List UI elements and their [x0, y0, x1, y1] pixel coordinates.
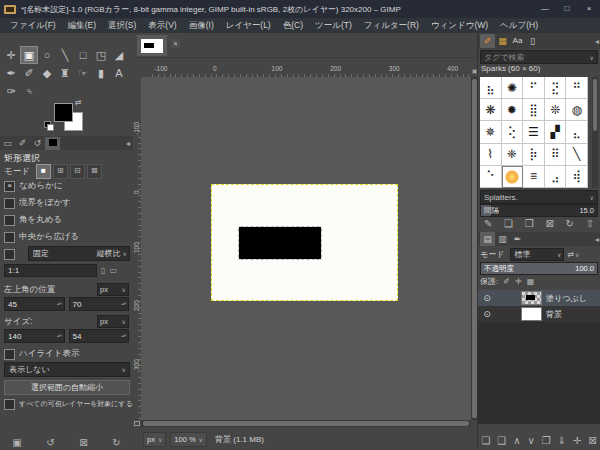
position-unit-combo[interactable]: px∨: [97, 283, 129, 296]
save-tool-preset-button[interactable]: ▣: [12, 437, 21, 448]
tool-options-tab[interactable]: ▭: [0, 137, 15, 150]
new-layer-group-button[interactable]: ❑: [497, 435, 506, 446]
spinner-arrows-icon[interactable]: ▴▾: [57, 334, 64, 338]
quick-mask-toggle[interactable]: [133, 420, 141, 427]
brush-cell-1[interactable]: ✺: [502, 77, 524, 99]
horizontal-scrollbar[interactable]: [141, 420, 471, 427]
menu-item-5[interactable]: レイヤー(L): [220, 18, 277, 33]
image-tab[interactable]: [137, 35, 167, 56]
menu-item-1[interactable]: 編集(E): [62, 18, 102, 33]
restore-tool-preset-button[interactable]: ↺: [46, 437, 54, 448]
brush-cell-4[interactable]: ⠛: [566, 77, 588, 99]
fixed-checkbox[interactable]: [4, 249, 15, 260]
layer-row-0[interactable]: ⊙塗りつぶし: [478, 290, 600, 306]
add-mode-button[interactable]: ⊞: [53, 164, 68, 179]
text-tool[interactable]: A: [110, 64, 128, 82]
menu-item-7[interactable]: ツール(T): [309, 18, 358, 33]
brush-cell-16[interactable]: ❈: [502, 144, 524, 166]
layers-tab[interactable]: ▤: [480, 232, 495, 246]
delete-brush-button[interactable]: ⊠: [545, 218, 553, 229]
delete-layer-button[interactable]: ⊠: [588, 435, 596, 446]
中央から広げる-checkbox[interactable]: [4, 232, 15, 243]
size-height-input[interactable]: 54▴▾: [69, 329, 130, 343]
zoom-combo[interactable]: 100 %∨: [170, 432, 207, 447]
merge-down-button[interactable]: ⇓: [558, 435, 566, 446]
lock-pixels-button[interactable]: ✐: [503, 277, 510, 286]
document-history-tab[interactable]: ▯: [525, 34, 540, 48]
角を丸める-checkbox[interactable]: [4, 215, 15, 226]
edit-brush-button[interactable]: ✎: [484, 218, 492, 229]
menu-item-4[interactable]: 画像(I): [183, 18, 220, 33]
brush-cell-18[interactable]: ⠿: [545, 144, 567, 166]
lower-layer-button[interactable]: ∨: [527, 435, 534, 446]
device-status-tab[interactable]: ✐: [15, 137, 30, 150]
brush-cell-14[interactable]: ⣄: [566, 121, 588, 143]
horizontal-scrollbar-thumb[interactable]: [143, 421, 469, 426]
duplicate-brush-button[interactable]: ❐: [525, 218, 534, 229]
selected-brush-cell[interactable]: [502, 166, 524, 188]
horizontal-ruler[interactable]: -1000100200300400: [141, 64, 471, 78]
layer-opacity-slider[interactable]: 不透明度 100.0: [480, 262, 598, 275]
brushes-tab[interactable]: ✐: [480, 34, 495, 48]
refresh-brushes-button[interactable]: ↻: [566, 218, 574, 229]
paths-tab[interactable]: ✒: [510, 232, 525, 246]
swap-colors-icon[interactable]: ⇄: [75, 98, 82, 107]
new-brush-button[interactable]: ❏: [504, 218, 513, 229]
brush-tag-filter[interactable]: タグで検索 ∨: [480, 50, 598, 64]
fonts-tab[interactable]: Aa: [510, 34, 525, 48]
brush-cell-8[interactable]: ❊: [545, 99, 567, 121]
new-layer-button[interactable]: ❏: [481, 435, 490, 446]
layer-visibility-eye-icon[interactable]: ⊙: [481, 309, 493, 319]
anchor-layer-button[interactable]: ✛: [573, 435, 581, 446]
channels-tab[interactable]: ▥: [495, 232, 510, 246]
crop-tool[interactable]: □: [74, 46, 92, 64]
brush-grid-scrollbar-thumb[interactable]: [593, 79, 597, 131]
canvas-image[interactable]: [211, 184, 398, 301]
brush-cell-6[interactable]: ✹: [502, 99, 524, 121]
spinner-arrows-icon[interactable]: ▴▾: [121, 334, 128, 338]
replace-mode-button[interactable]: ■: [36, 164, 51, 179]
transform-tool[interactable]: ◳: [92, 46, 110, 64]
layer-row-1[interactable]: ⊙背景: [478, 306, 600, 322]
brush-cell-7[interactable]: ⣿: [523, 99, 545, 121]
layer-tab-arrow-icon[interactable]: ◂: [595, 235, 600, 244]
brush-cell-19[interactable]: ╲: [566, 144, 588, 166]
aspect-ratio-input[interactable]: 1:1: [4, 264, 97, 277]
smudge-tool[interactable]: ☞: [74, 64, 92, 82]
clone-tool[interactable]: ♜: [56, 64, 74, 82]
lock-alpha-button[interactable]: ▦: [527, 277, 535, 286]
brush-cell-23[interactable]: ⣠: [545, 166, 567, 188]
undo-history-tab[interactable]: ↺: [30, 137, 45, 150]
guides-combo[interactable]: 表示しない ∨: [4, 362, 130, 377]
close-button[interactable]: ×: [578, 0, 600, 18]
minimize-button[interactable]: —: [534, 0, 556, 18]
menu-item-3[interactable]: 表示(V): [142, 18, 182, 33]
paths-tool[interactable]: ╲: [56, 46, 74, 64]
layer-visibility-eye-icon[interactable]: ⊙: [481, 293, 493, 303]
brush-cell-11[interactable]: ⢕: [502, 121, 524, 143]
subtract-mode-button[interactable]: ⊟: [70, 164, 85, 179]
brush-cell-9[interactable]: ◍: [566, 99, 588, 121]
size-unit-combo[interactable]: px∨: [97, 315, 129, 328]
brush-cell-3[interactable]: ⣝: [545, 77, 567, 99]
selection-rectangle[interactable]: [238, 226, 322, 260]
size-width-input[interactable]: 140▴▾: [4, 329, 65, 343]
layer-mode-combo[interactable]: 標準 ∨: [510, 248, 564, 261]
reset-tool-options-button[interactable]: ↻: [112, 437, 120, 448]
ink-tool[interactable]: ✒: [2, 64, 20, 82]
brush-tag-entry[interactable]: Splatters. ∨: [480, 190, 598, 204]
delete-tool-preset-button[interactable]: ⊠: [79, 437, 87, 448]
brush-cell-10[interactable]: ✵: [480, 121, 502, 143]
default-colors-icon[interactable]: [44, 121, 54, 131]
zoom-tool[interactable]: ♀: [20, 82, 38, 100]
menu-item-9[interactable]: ウィンドウ(W): [425, 18, 494, 33]
brush-cell-13[interactable]: ▞: [545, 121, 567, 143]
move-tool[interactable]: ✛: [2, 46, 20, 64]
shrink-merged-checkbox[interactable]: [4, 399, 15, 410]
spinner-arrows-icon[interactable]: ▴▾: [57, 302, 64, 306]
left-tab-arrow-icon[interactable]: ◂: [126, 139, 133, 148]
bucket-fill-tool[interactable]: ◢: [110, 46, 128, 64]
images-tab[interactable]: [45, 137, 60, 150]
brush-cell-17[interactable]: ⡷: [523, 144, 545, 166]
fixed-combo[interactable]: 固定 縦横比∨: [28, 246, 130, 261]
